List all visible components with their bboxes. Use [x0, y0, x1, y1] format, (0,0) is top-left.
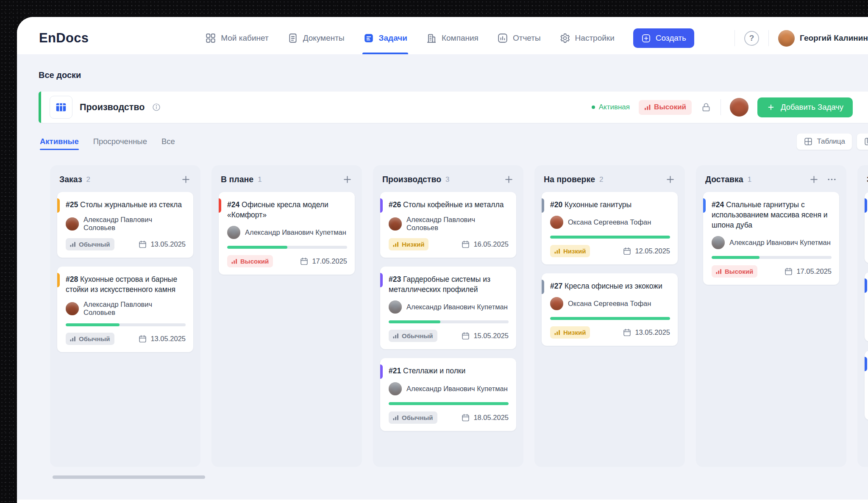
column-actions: [342, 174, 353, 185]
card-id: #24: [712, 200, 724, 209]
kanban-column: Доставка 1 #24 Спальные гарнитуры с испо…: [696, 165, 846, 467]
plus-icon: [181, 174, 191, 185]
task-card[interactable]: #25 Столы журнальные из стекла Александр…: [57, 192, 193, 258]
due-date: 12.05.2025: [623, 247, 670, 256]
card-title-text: Кухонные ганитуры: [565, 200, 632, 209]
column-add-button[interactable]: [504, 174, 514, 185]
boards-page: Все доски Производство Активная В: [17, 54, 868, 500]
task-card[interactable]: [865, 272, 868, 342]
tab-overdue-tasks[interactable]: Просроченные: [93, 133, 147, 150]
calendar-icon: [138, 334, 147, 343]
kanban-view-button[interactable]: Канбан: [857, 133, 868, 150]
plus-square-icon: [641, 33, 651, 43]
priority-bars-icon: [393, 415, 399, 420]
priority-bars-icon: [644, 104, 651, 110]
card-title: #24 Офисные кресла модели «Комфорт»: [227, 200, 347, 220]
card-title: #20 Кухонные ганитуры: [550, 200, 670, 210]
priority-badge: Низкий: [389, 238, 428, 250]
calendar-icon: [138, 240, 147, 249]
column-header: Производство 3: [380, 173, 516, 192]
due-date-label: 13.05.2025: [150, 240, 186, 248]
task-card[interactable]: #23 Гардеробные системы из металлических…: [380, 267, 516, 349]
column-header: Доставка 1: [703, 173, 839, 192]
column-actions: [504, 174, 514, 185]
task-card[interactable]: #26 Столы кофейные из металла Александр …: [380, 192, 516, 258]
priority-bars-icon: [393, 333, 399, 339]
horizontal-scrollbar[interactable]: [53, 475, 205, 479]
card-title-text: Офисные кресла модели «Комфорт»: [227, 200, 328, 219]
nav-item-my-cabinet[interactable]: Мой кабинет: [205, 22, 268, 54]
task-card[interactable]: [865, 350, 868, 420]
card-title-text: Спальные гарнитуры с использованием масс…: [712, 200, 828, 229]
user-menu[interactable]: Георгий Калинин: [778, 30, 868, 47]
column-add-button[interactable]: [665, 174, 676, 185]
due-date: 13.05.2025: [138, 334, 186, 343]
card-title: #28 Кухонные острова и барные стойки из …: [66, 274, 186, 295]
task-card[interactable]: #27 Кресла офисные из экокожи Оксана Сер…: [542, 273, 678, 346]
card-accent: [380, 198, 383, 213]
priority-badge: Низкий: [550, 326, 590, 339]
nav-label: Задачи: [379, 33, 407, 43]
task-card[interactable]: [865, 192, 868, 263]
table-view-button[interactable]: Таблица: [796, 133, 852, 150]
column-cards: #24 Спальные гарнитуры с использованием …: [703, 192, 839, 285]
assignee-name: Оксана Сергеевна Тофан: [568, 218, 651, 226]
page-title: Все доски: [39, 70, 868, 80]
assignee-name: Александр Иванович Купетман: [406, 303, 508, 311]
add-task-button[interactable]: Добавить Задачу: [757, 97, 853, 117]
nav-item-company[interactable]: Компания: [426, 22, 479, 54]
card-accent: [703, 198, 706, 213]
task-card[interactable]: #20 Кухонные ганитуры Оксана Сергеевна Т…: [542, 192, 678, 264]
due-date: 18.05.2025: [461, 413, 509, 422]
create-button[interactable]: Создать: [633, 28, 694, 48]
app-window: EnDocs Мой кабинет Документы Задачи Комп…: [17, 17, 868, 503]
divider: [721, 99, 721, 115]
progress-bar: [389, 402, 509, 405]
card-assignee: Оксана Сергеевна Тофан: [550, 216, 670, 229]
priority-badge: Низкий: [550, 245, 590, 257]
status-dot-icon: [592, 106, 595, 109]
nav-item-reports[interactable]: Отчеты: [497, 22, 541, 54]
topbar-right-group: Георгий Калинин: [734, 30, 868, 47]
nav-item-tasks[interactable]: Задачи: [363, 22, 407, 54]
nav-item-documents[interactable]: Документы: [287, 22, 345, 54]
tab-all-tasks[interactable]: Все: [161, 133, 175, 150]
divider: [768, 30, 769, 46]
priority-bars-icon: [393, 242, 399, 247]
card-footer: Обычный 13.05.2025: [66, 333, 186, 345]
priority-label: Низкий: [563, 329, 586, 336]
card-title-text: Стеллажи и полки: [403, 367, 465, 375]
column-add-button[interactable]: [342, 174, 353, 185]
nav-label: Компания: [442, 33, 479, 43]
column-count: 2: [599, 175, 603, 184]
task-card[interactable]: #24 Спальные гарнитуры с использованием …: [703, 192, 839, 285]
nav-item-settings[interactable]: Настройки: [559, 22, 615, 54]
column-actions: [809, 174, 837, 185]
column-add-button[interactable]: [809, 174, 819, 185]
card-id: #24: [227, 200, 239, 209]
board-member-avatar[interactable]: [730, 98, 748, 117]
task-card[interactable]: #21 Стеллажи и полки Александр Иванович …: [380, 358, 516, 431]
help-button[interactable]: [744, 31, 759, 46]
assignee-name: Александр Павлович Соловьев: [83, 216, 186, 232]
board-header: Производство Активная Высокий: [39, 92, 868, 123]
lock-icon[interactable]: [701, 102, 712, 113]
task-card[interactable]: #24 Офисные кресла модели «Комфорт» Алек…: [219, 192, 355, 275]
column-add-button[interactable]: [181, 174, 191, 185]
progress-fill: [66, 323, 120, 326]
avatar: [550, 216, 563, 229]
board-title: Производство: [80, 102, 145, 113]
info-icon[interactable]: [152, 103, 161, 112]
column-more-button[interactable]: [826, 174, 837, 185]
card-assignee: Оксана Сергеевна Тофан: [550, 297, 670, 310]
reports-icon: [497, 33, 508, 44]
add-task-label: Добавить Задачу: [781, 103, 843, 112]
plus-icon: [665, 174, 676, 185]
due-date-label: 13.05.2025: [635, 328, 670, 336]
task-card[interactable]: #28 Кухонные острова и барные стойки из …: [57, 267, 193, 352]
tab-active-tasks[interactable]: Активные: [40, 133, 79, 150]
avatar: [550, 297, 563, 310]
avatar: [227, 226, 240, 239]
progress-fill: [712, 256, 760, 259]
due-date-label: 17.05.2025: [312, 257, 347, 265]
